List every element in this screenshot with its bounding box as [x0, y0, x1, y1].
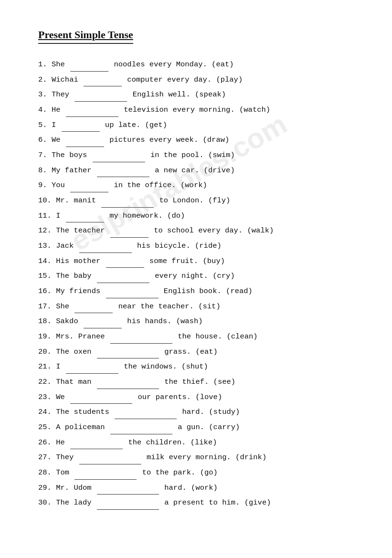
list-item: 8. My father a new car. (drive) [38, 163, 354, 178]
answer-blank[interactable] [62, 118, 100, 132]
sentence-after: a present to him. (give) [164, 498, 271, 507]
sentence-number: 19. [38, 332, 52, 341]
answer-blank[interactable] [101, 193, 154, 208]
answer-blank[interactable] [97, 269, 149, 283]
sentence-before: The teacher [56, 226, 105, 235]
answer-blank[interactable] [93, 148, 145, 162]
sentence-after: the children. (like) [128, 438, 217, 447]
sentence-number: 20. [38, 347, 52, 356]
sentence-number: 7. [38, 151, 47, 159]
answer-blank[interactable] [110, 329, 172, 344]
sentence-before: Jack [56, 242, 74, 250]
list-item: 12. The teacher to school every day. (wa… [38, 223, 354, 238]
answer-blank[interactable] [110, 420, 172, 434]
answer-blank[interactable] [110, 223, 148, 238]
sentence-before: Mr. manit [56, 196, 96, 205]
sentence-after: up late. (get) [105, 121, 167, 129]
sentence-before: She [56, 302, 69, 311]
sentence-after: the windows. (shut) [124, 362, 208, 371]
sentence-number: 1. [38, 60, 47, 69]
sentence-after: a gun. (carry) [178, 423, 240, 432]
answer-blank[interactable] [66, 103, 118, 117]
list-item: 18. Sakdo his hands. (wash) [38, 314, 354, 328]
sentence-number: 9. [38, 181, 47, 190]
sentence-number: 27. [38, 453, 52, 462]
sentence-after: milk every morning. (drink) [147, 453, 266, 462]
sentence-number: 24. [38, 408, 52, 416]
answer-blank[interactable] [106, 284, 159, 298]
list-item: 11. I my homework. (do) [38, 209, 354, 223]
answer-blank[interactable] [97, 481, 159, 495]
list-item: 26. He the children. (like) [38, 435, 354, 450]
sentence-before: They [56, 453, 74, 462]
sentence-number: 16. [38, 287, 52, 295]
sentence-number: 21. [38, 362, 52, 371]
answer-blank[interactable] [74, 87, 127, 102]
sentence-before: The oxen [56, 347, 91, 356]
sentence-before: I [52, 121, 56, 129]
sentence-after: noodles every Monday. (eat) [114, 60, 233, 69]
sentence-after: to London. (fly) [159, 196, 231, 205]
sentence-number: 29. [38, 484, 52, 492]
answer-blank[interactable] [97, 163, 149, 178]
sentence-number: 12. [38, 226, 52, 235]
sentence-before: They [52, 90, 69, 99]
sentence-before: I [56, 211, 60, 220]
answer-blank[interactable] [79, 450, 141, 464]
sentence-number: 23. [38, 393, 52, 401]
sentence-number: 3. [38, 90, 47, 99]
sentence-before: We [52, 136, 61, 144]
sentence-before: He [56, 438, 65, 447]
list-item: 23. We our parents. (love) [38, 390, 354, 404]
sentence-before: He [52, 105, 61, 114]
list-item: 4. He television every morning. (watch) [38, 103, 354, 117]
sentence-after: his hands. (wash) [127, 317, 202, 326]
answer-blank[interactable] [115, 405, 177, 419]
sentence-before: His mother [56, 257, 100, 265]
sentence-before: Tom [56, 468, 69, 477]
answer-blank[interactable] [70, 57, 108, 72]
answer-blank[interactable] [84, 73, 122, 87]
sentence-before: The baby [56, 272, 91, 280]
sentence-number: 14. [38, 257, 52, 265]
sentence-after: near the teacher. (sit) [118, 302, 221, 311]
list-item: 19. Mrs. Pranee the house. (clean) [38, 329, 354, 344]
list-item: 16. My friends English book. (read) [38, 284, 354, 298]
answer-blank[interactable] [66, 209, 104, 223]
sentence-number: 18. [38, 317, 52, 326]
sentence-number: 28. [38, 468, 52, 477]
sentence-after: in the pool. (swim) [150, 151, 235, 159]
answer-blank[interactable] [74, 465, 137, 480]
sentence-after: a new car. (drive) [155, 166, 234, 175]
list-item: 5. I up late. (get) [38, 118, 354, 132]
sentence-before: My father [52, 166, 92, 175]
list-item: 25. A policeman a gun. (carry) [38, 420, 354, 434]
answer-blank[interactable] [106, 254, 144, 268]
list-item: 6. We pictures every week. (draw) [38, 133, 354, 147]
list-item: 1. She noodles every Monday. (eat) [38, 57, 354, 72]
sentence-number: 10. [38, 196, 52, 205]
answer-blank[interactable] [66, 133, 104, 147]
answer-blank[interactable] [97, 345, 159, 359]
sentence-before: You [52, 181, 65, 190]
sentence-number: 22. [38, 378, 52, 386]
answer-blank[interactable] [84, 314, 122, 328]
answer-blank[interactable] [70, 435, 123, 450]
answer-blank[interactable] [74, 299, 113, 314]
sentence-before: We [56, 393, 65, 401]
sentence-after: hard. (study) [182, 408, 240, 416]
answer-blank[interactable] [79, 239, 132, 253]
sentence-after: his bicycle. (ride) [137, 242, 222, 250]
answer-blank[interactable] [97, 375, 159, 389]
answer-blank[interactable] [70, 390, 132, 404]
sentence-before: That man [56, 378, 91, 386]
answer-blank[interactable] [70, 178, 108, 192]
sentence-number: 4. [38, 105, 47, 114]
sentence-after: our parents. (love) [138, 393, 222, 401]
sentence-number: 17. [38, 302, 52, 311]
sentence-before: The boys [52, 151, 87, 159]
answer-blank[interactable] [97, 495, 159, 510]
answer-blank[interactable] [66, 359, 118, 374]
list-item: 24. The students hard. (study) [38, 405, 354, 419]
sentence-after: in the office. (work) [114, 181, 207, 190]
